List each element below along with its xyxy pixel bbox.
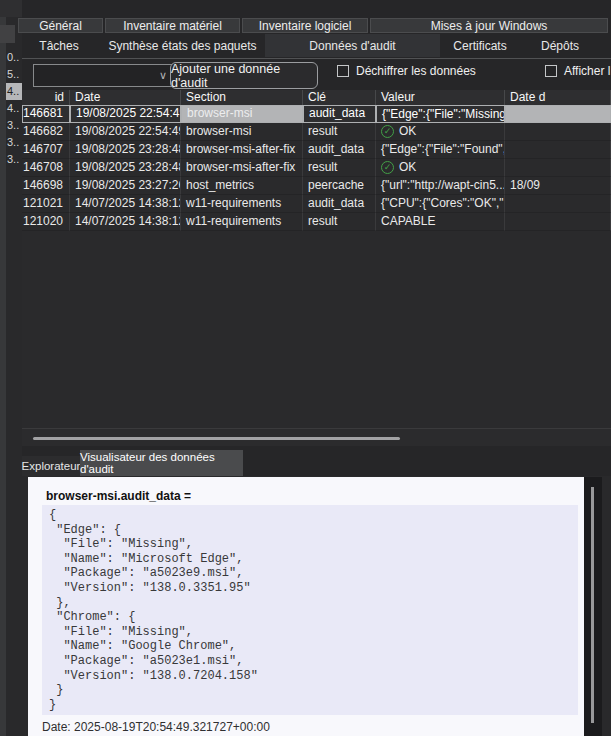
cell-value[interactable]: {"Edge":{"File":"Missing... [376,105,505,123]
cell-date[interactable]: 19/08/2025 22:54:49 [70,105,181,123]
cell-key[interactable]: audit_data [303,141,376,159]
cell-section[interactable]: host_metrics [181,177,303,195]
cell-id[interactable]: 146708 [22,159,70,177]
add-audit-data-button[interactable]: Ajouter une donnée d'audit [170,62,318,89]
show-data-checkbox[interactable] [545,65,557,77]
cell-date[interactable]: 19/08/2025 23:28:48 [70,159,181,177]
cell-date2[interactable] [505,213,611,231]
tab-synthese-etats-des-paquets[interactable]: Synthèse états des paquets [100,34,265,57]
cell-section[interactable]: w11-requirements [181,213,303,231]
cell-date2[interactable] [505,105,611,123]
tab-visualisateur-donnees-audit[interactable]: Visualisateur des données d'audit [80,450,243,476]
add-audit-data-label: Ajouter une donnée d'audit [171,62,317,90]
decrypt-data-checkbox[interactable] [337,65,349,77]
cell-date[interactable]: 14/07/2025 14:38:12 [70,213,181,231]
cell-section[interactable]: browser-msi [181,105,303,123]
cell-section[interactable]: w11-requirements [181,195,303,213]
tab-inventaire-logiciel[interactable]: Inventaire logiciel [242,18,368,33]
cell-date[interactable]: 19/08/2025 22:54:49 [70,123,181,141]
column-header-section[interactable]: Section [181,90,303,105]
tab-visualisateur-label: Visualisateur des données d'audit [80,451,243,475]
cell-date2[interactable] [505,123,611,141]
table-row[interactable]: 14670719/08/2025 23:28:48browser-msi-aft… [22,141,611,159]
audit-data-table: idDateSectionCléValeurDate d 14668119/08… [22,90,611,428]
horizontal-scrollbar-thumb[interactable] [33,437,400,440]
cell-section[interactable]: browser-msi-after-fix [181,141,303,159]
cell-value[interactable]: {"Edge":{"File":"Found",... [376,141,505,159]
ok-check-icon: ✓ [381,161,394,174]
cell-value[interactable]: {"CPU":{"Cores":"OK","... [376,195,505,213]
tab-certificats[interactable]: Certificats [440,34,520,57]
cell-id[interactable]: 146682 [22,123,70,141]
vertical-scrollbar[interactable] [584,477,602,736]
cell-value[interactable]: {"url":"http://wapt-cin5... [376,177,505,195]
cell-value[interactable]: ✓OK [376,123,505,141]
cell-date2[interactable]: 18/09 [505,177,611,195]
tab-depots[interactable]: Dépôts [520,34,600,57]
tab-inventaire-materiel[interactable]: Inventaire matériel [105,18,240,33]
cell-key[interactable]: peercache [303,177,376,195]
cell-key[interactable]: result [303,123,376,141]
host-list-item[interactable]: 3.. [6,117,22,134]
cell-value[interactable]: CAPABLE [376,213,505,231]
panel-top-border [22,58,611,59]
host-id-list: 0..5..4..4..3..3..3.. [6,49,22,168]
cell-value[interactable]: ✓OK [376,159,505,177]
cell-id[interactable]: 121021 [22,195,70,213]
cell-date[interactable]: 19/08/2025 23:27:26 [70,177,181,195]
cell-value-text: CAPABLE [381,213,435,230]
column-header-date-d[interactable]: Date d [505,90,611,105]
viewer-title: browser-msi.audit_data = [46,489,191,503]
cell-id[interactable]: 146698 [22,177,70,195]
table-row[interactable]: 12102014/07/2025 14:38:12w11-requirement… [22,213,611,231]
cell-section[interactable]: browser-msi [181,123,303,141]
column-header-cle[interactable]: Clé [303,90,376,105]
horizontal-scrollbar[interactable] [22,428,611,446]
cell-date[interactable]: 14/07/2025 14:38:12 [70,195,181,213]
cell-value-text: {"Edge":{"File":"Missing... [382,107,505,122]
audit-filter-combobox[interactable]: ∨ [33,64,174,87]
tab-taches[interactable]: Tâches [18,34,100,57]
cell-id[interactable]: 146681 [22,105,70,123]
cell-key[interactable]: result [303,213,376,231]
host-list-item[interactable]: 3.. [6,134,22,151]
audit-json-code: { "Edge": { "File": "Missing", "Name": "… [42,505,578,715]
cell-date[interactable]: 19/08/2025 23:28:48 [70,141,181,159]
table-row[interactable]: 14669819/08/2025 23:27:26host_metricspee… [22,177,611,195]
host-list-item[interactable]: 5.. [6,66,22,83]
tab-general[interactable]: Général [18,18,103,33]
cell-key[interactable]: result [303,159,376,177]
tab-mises-a-jour-windows[interactable]: Mises à jour Windows [370,18,608,33]
table-row[interactable]: 12102114/07/2025 14:38:12w11-requirement… [22,195,611,213]
show-data-label: Afficher l [564,64,610,78]
cell-value-text: {"CPU":{"Cores":"OK","... [381,195,505,212]
cell-id[interactable]: 121020 [22,213,70,231]
sub-tab-bar: TâchesSynthèse états des paquetsDonnées … [18,34,600,57]
table-row[interactable]: 14670819/08/2025 23:28:48browser-msi-aft… [22,159,611,177]
table-body: 14668119/08/2025 22:54:49browser-msiaudi… [22,105,611,231]
host-list-item[interactable]: 3.. [6,151,22,168]
left-cut-column: 0..5..4..4..3..3..3.. [0,0,22,736]
host-list-item[interactable]: 4.. [6,83,22,100]
cell-key[interactable]: audit_data [303,105,376,123]
vertical-scrollbar-thumb[interactable] [591,487,594,723]
cell-value-text: OK [399,123,416,140]
cell-date2[interactable] [505,141,611,159]
tab-donnees-d-audit[interactable]: Données d'audit [265,34,440,57]
cell-id[interactable]: 146707 [22,141,70,159]
column-header-date[interactable]: Date [70,90,181,105]
cell-key[interactable]: audit_data [303,195,376,213]
left-mid-block [0,25,15,43]
table-header-row: idDateSectionCléValeurDate d [22,90,611,105]
table-row[interactable]: 14668119/08/2025 22:54:49browser-msiaudi… [22,105,611,123]
column-header-valeur[interactable]: Valeur [376,90,505,105]
column-header-id[interactable]: id [22,90,70,105]
table-row[interactable]: 14668219/08/2025 22:54:49browser-msiresu… [22,123,611,141]
cell-date2[interactable] [505,195,611,213]
tab-explorateur[interactable]: Explorateur [22,456,80,476]
cell-value-text: {"Edge":{"File":"Found",... [381,141,505,158]
cell-date2[interactable] [505,159,611,177]
cell-section[interactable]: browser-msi-after-fix [181,159,303,177]
main-tab-bar: GénéralInventaire matérielInventaire log… [18,18,610,33]
host-list-item[interactable]: 4.. [6,100,22,117]
